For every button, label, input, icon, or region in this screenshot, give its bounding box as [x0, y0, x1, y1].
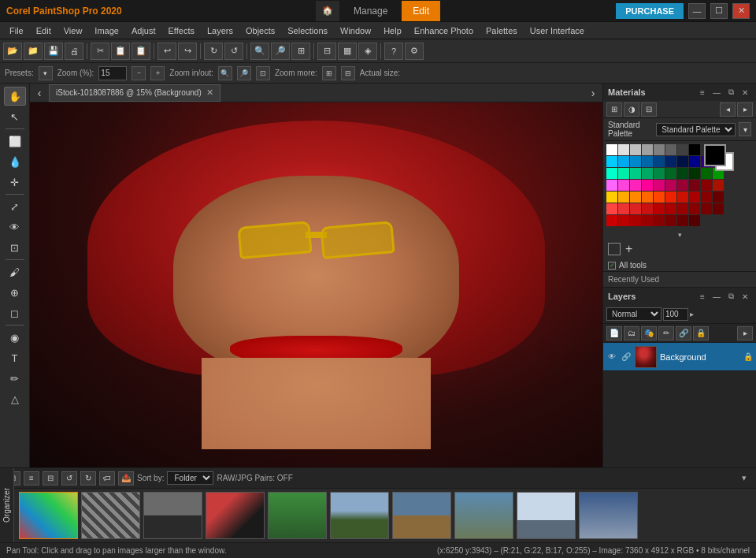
filmstrip-thumb-8[interactable] [454, 492, 513, 539]
tb-copy[interactable]: 📋 [111, 43, 130, 60]
filmstrip-thumb-5[interactable] [268, 492, 327, 539]
materials-close-btn[interactable]: ✕ [739, 86, 751, 99]
tb-invert[interactable]: ◈ [358, 43, 377, 60]
tool-clone[interactable]: ⊕ [4, 283, 26, 302]
color-vdgray[interactable] [665, 144, 676, 155]
filmstrip-thumb-9[interactable] [517, 492, 576, 539]
tb-learn[interactable]: ? [384, 43, 403, 60]
menu-selections[interactable]: Selections [281, 22, 334, 39]
color-black[interactable] [689, 144, 700, 155]
sort-dropdown[interactable]: Folder Name Date [167, 471, 213, 485]
tb-zoom-in[interactable]: 🔍 [250, 43, 269, 60]
tb-save[interactable]: 💾 [44, 43, 63, 60]
tb-deselect[interactable]: ▦ [338, 43, 357, 60]
color-r1[interactable] [606, 203, 617, 214]
new-mask-btn[interactable]: 🎭 [641, 326, 657, 340]
color-d7[interactable] [677, 215, 688, 226]
opacity-slider[interactable]: ▸ [690, 310, 694, 318]
color-c2[interactable] [618, 156, 629, 167]
canvas-image-area[interactable] [30, 102, 602, 467]
color-r6[interactable] [665, 203, 676, 214]
color-c4[interactable] [642, 156, 653, 167]
color-y5[interactable] [654, 192, 665, 203]
color-y3[interactable] [630, 192, 641, 203]
purchase-button[interactable]: PURCHASE [616, 3, 684, 19]
palette-settings-btn[interactable]: ▾ [739, 122, 751, 136]
color-gray[interactable] [630, 144, 641, 155]
org-view-detail[interactable]: ⊟ [43, 471, 58, 485]
color-d5[interactable] [654, 215, 665, 226]
color-p4[interactable] [642, 180, 653, 191]
color-g7[interactable] [677, 168, 688, 179]
color-d1[interactable] [606, 215, 617, 226]
color-white[interactable] [606, 144, 617, 155]
filmstrip-thumb-7[interactable] [392, 492, 451, 539]
layers-menu-btn[interactable]: ≡ [696, 290, 709, 303]
tb-paste[interactable]: 📋 [132, 43, 150, 60]
menu-image[interactable]: Image [88, 22, 125, 39]
color-y6[interactable] [665, 192, 676, 203]
actual-size-btn[interactable]: ⊡ [256, 66, 270, 80]
layers-float-btn[interactable]: ⧉ [724, 290, 737, 303]
organizer-sidebar-tab[interactable]: Organizer [0, 468, 14, 542]
color-p9[interactable] [701, 180, 712, 191]
tool-fill[interactable]: ◉ [4, 328, 26, 347]
layer-item-background[interactable]: 👁 🔗 Background 🔒 [603, 343, 756, 371]
close-button[interactable]: ✕ [732, 3, 750, 19]
color-c1[interactable] [606, 156, 617, 167]
presets-dropdown[interactable]: ▾ [39, 66, 53, 80]
tool-deform[interactable]: ⤢ [4, 197, 26, 216]
layer-lock-icon[interactable]: 🔒 [743, 352, 753, 361]
tb-redo[interactable]: ↪ [178, 43, 197, 60]
tb-select[interactable]: ⊟ [317, 43, 336, 60]
tool-shape[interactable]: △ [4, 389, 26, 408]
layers-menu-icon[interactable]: ▸ [737, 326, 753, 340]
canvas-tab-close[interactable]: ✕ [206, 87, 213, 98]
canvas-prev-button[interactable]: ‹ [30, 84, 49, 102]
new-adj-btn[interactable]: ✏ [658, 326, 674, 340]
color-g9[interactable] [701, 168, 712, 179]
tool-eraser[interactable]: ◻ [4, 303, 26, 322]
add-color-btn[interactable]: + [625, 242, 632, 256]
menu-user-interface[interactable]: User Interface [524, 22, 591, 39]
menu-window[interactable]: Window [334, 22, 377, 39]
tb-more[interactable]: ⚙ [405, 43, 424, 60]
color-g3[interactable] [630, 168, 641, 179]
tb-rotate-ccw[interactable]: ↺ [224, 43, 243, 60]
zoom-decrease[interactable]: － [132, 66, 146, 80]
tb-rotate-cw[interactable]: ↻ [204, 43, 223, 60]
color-r2[interactable] [618, 203, 629, 214]
zoom-increase[interactable]: ＋ [150, 66, 165, 80]
color-dgray[interactable] [654, 144, 665, 155]
canvas-next-button[interactable]: › [584, 84, 602, 102]
tool-paint[interactable]: 🖌 [4, 262, 26, 281]
tb-new[interactable]: 📂 [3, 43, 22, 60]
tool-pan[interactable]: ✋ [4, 87, 26, 106]
color-r7[interactable] [677, 203, 688, 214]
menu-adjust[interactable]: Adjust [125, 22, 162, 39]
zoom-in-btn[interactable]: 🔍 [218, 66, 232, 80]
color-c5[interactable] [654, 156, 665, 167]
color-r3[interactable] [630, 203, 641, 214]
color-p2[interactable] [618, 180, 629, 191]
mat-pattern-btn[interactable]: ⊟ [641, 102, 657, 117]
filmstrip-thumb-6[interactable] [330, 492, 389, 539]
tool-text[interactable]: T [4, 348, 26, 367]
menu-view[interactable]: View [57, 22, 89, 39]
color-g6[interactable] [665, 168, 676, 179]
home-button[interactable]: 🏠 [316, 1, 339, 21]
color-y8[interactable] [689, 192, 700, 203]
color-p3[interactable] [630, 180, 641, 191]
color-y9[interactable] [701, 192, 712, 203]
mat-arrow-left[interactable]: ◂ [720, 102, 736, 117]
color-r4[interactable] [642, 203, 653, 214]
organizer-close-btn[interactable]: ▾ [737, 471, 751, 485]
color-scroll-down[interactable]: ▾ [603, 229, 756, 240]
tool-select[interactable]: ↖ [4, 107, 26, 126]
tb-print[interactable]: 🖨 [65, 43, 83, 60]
color-p1[interactable] [606, 180, 617, 191]
color-c7[interactable] [677, 156, 688, 167]
filmstrip-thumb-3[interactable] [143, 492, 202, 539]
menu-layers[interactable]: Layers [201, 22, 239, 39]
menu-effects[interactable]: Effects [162, 22, 201, 39]
